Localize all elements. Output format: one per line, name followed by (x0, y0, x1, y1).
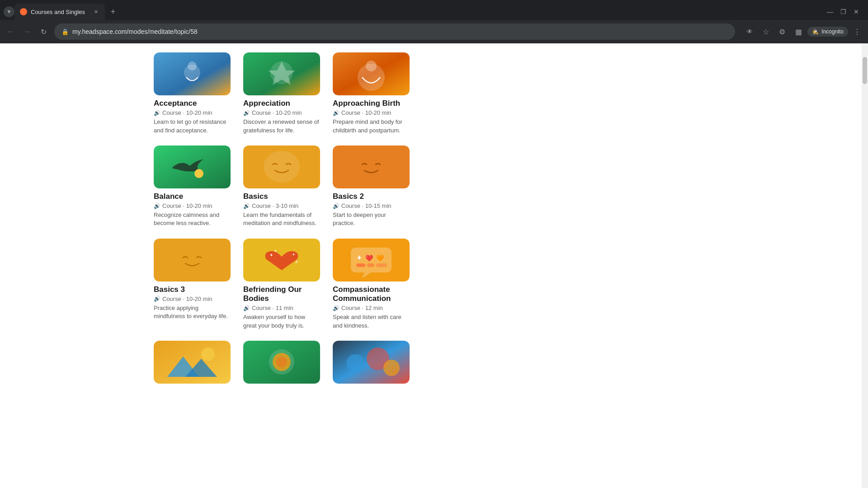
sound-icon-befriending: 🔊 (243, 305, 250, 311)
svg-text:🧡: 🧡 (376, 254, 384, 262)
scrollbar-track (862, 43, 868, 488)
course-thumbnail-balance (154, 145, 231, 188)
course-type-balance: Course · 10-20 min (162, 202, 212, 209)
course-thumbnail-bottom1 (154, 341, 231, 384)
course-card-approaching-birth[interactable]: Approaching Birth 🔊 Course · 10-20 min P… (333, 52, 410, 135)
window-controls: — ❐ ✕ (827, 8, 864, 15)
course-type-acceptance: Course · 10-20 min (162, 109, 212, 116)
course-info-compassionate: Compassionate Communication 🔊 Course · 1… (333, 285, 410, 330)
nav-buttons: ← → ↻ (4, 24, 51, 39)
svg-text:✦: ✦ (356, 254, 362, 262)
sound-icon-compassionate: 🔊 (333, 305, 340, 311)
course-desc-acceptance: Learn to let go of resistance and find a… (154, 118, 231, 134)
course-info-basics-3: Basics 3 🔊 Course · 10-20 min Practice a… (154, 285, 231, 321)
address-bar: ← → ↻ 🔒 my.headspace.com/modes/meditate/… (0, 20, 868, 43)
course-type-befriending: Course · 11 min (252, 305, 293, 311)
course-card-acceptance[interactable]: Acceptance 🔊 Course · 10-20 min Learn to… (154, 52, 231, 135)
svg-point-12 (264, 151, 300, 183)
url-bar[interactable]: 🔒 my.headspace.com/modes/meditate/topic/… (54, 23, 735, 40)
sound-icon-approaching-birth: 🔊 (333, 110, 340, 116)
svg-point-38 (383, 360, 400, 376)
svg-point-10 (194, 169, 203, 178)
svg-rect-24 (356, 263, 365, 267)
settings-icon[interactable]: ⚙ (775, 24, 789, 39)
course-title-acceptance: Acceptance (154, 99, 231, 108)
course-info-basics-2: Basics 2 🔊 Course · 10-15 min Start to d… (333, 192, 410, 228)
forward-button[interactable]: → (20, 24, 34, 39)
svg-point-36 (346, 354, 364, 372)
course-card-bottom2[interactable] (243, 341, 320, 387)
course-card-bottom3[interactable] (333, 341, 410, 387)
svg-text:✦: ✦ (269, 253, 273, 258)
course-card-balance[interactable]: Balance 🔊 Course · 10-20 min Recognize c… (154, 145, 231, 228)
sound-icon-balance: 🔊 (154, 203, 160, 209)
course-meta-balance: 🔊 Course · 10-20 min (154, 202, 231, 209)
course-title-approaching-birth: Approaching Birth (333, 99, 410, 108)
svg-rect-13 (333, 145, 410, 188)
sound-icon-basics: 🔊 (243, 203, 250, 209)
course-title-appreciation: Appreciation (243, 99, 320, 108)
course-desc-befriending: Awaken yourself to how great your body t… (243, 313, 320, 329)
course-title-basics: Basics (243, 192, 320, 201)
eye-slash-icon[interactable]: 👁 (742, 24, 757, 39)
course-title-befriending: Befriending Our Bodies (243, 285, 320, 304)
tab-list-button[interactable]: ▼ (4, 6, 14, 17)
course-title-compassionate: Compassionate Communication (333, 285, 410, 304)
tab-close-button[interactable]: ✕ (92, 8, 99, 15)
course-thumbnail-basics-2 (333, 145, 410, 188)
url-text: my.headspace.com/modes/meditate/topic/58 (72, 28, 198, 35)
course-thumbnail-approaching-birth (333, 52, 410, 95)
svg-point-8 (366, 61, 377, 71)
page-content: Acceptance 🔊 Course · 10-20 min Learn to… (0, 43, 868, 488)
course-thumbnail-bottom2 (243, 341, 320, 384)
svg-text:✦: ✦ (292, 253, 295, 257)
svg-text:❤️: ❤️ (365, 254, 373, 262)
back-button[interactable]: ← (4, 24, 18, 39)
course-info-basics: Basics 🔊 Course · 3-10 min Learn the fun… (243, 192, 320, 228)
sound-icon-basics-2: 🔊 (333, 203, 340, 209)
menu-button[interactable]: ⋮ (850, 24, 864, 39)
incognito-label: Incognito (821, 28, 844, 35)
svg-point-30 (201, 347, 215, 361)
new-tab-button[interactable]: + (107, 5, 119, 18)
course-meta-basics-2: 🔊 Course · 10-15 min (333, 202, 410, 209)
course-meta-compassionate: 🔊 Course · 12 min (333, 305, 410, 311)
address-actions: 👁 ☆ ⚙ ▦ 🕵 Incognito ⋮ (742, 24, 864, 39)
sidebar-icon[interactable]: ▦ (791, 24, 806, 39)
maximize-button[interactable]: ❐ (840, 8, 846, 15)
course-card-bottom1[interactable] (154, 341, 231, 387)
course-card-basics[interactable]: Basics 🔊 Course · 3-10 min Learn the fun… (243, 145, 320, 228)
sound-icon-appreciation: 🔊 (243, 110, 250, 116)
course-thumbnail-befriending: ✦ ✦ ✦ (243, 239, 320, 282)
course-meta-basics: 🔊 Course · 3-10 min (243, 202, 320, 209)
course-desc-basics: Learn the fundamentals of meditation and… (243, 211, 320, 227)
course-title-balance: Balance (154, 192, 231, 201)
course-desc-appreciation: Discover a renewed sense of gratefulness… (243, 118, 320, 134)
course-thumbnail-acceptance (154, 52, 231, 95)
course-type-basics: Course · 3-10 min (252, 202, 298, 209)
course-card-befriending[interactable]: ✦ ✦ ✦ Befriending Our Bodies 🔊 Course · … (243, 239, 320, 330)
course-title-basics-3: Basics 3 (154, 285, 231, 294)
scrollbar-thumb[interactable] (863, 57, 867, 84)
course-meta-befriending: 🔊 Course · 11 min (243, 305, 320, 311)
course-meta-acceptance: 🔊 Course · 10-20 min (154, 109, 231, 116)
course-meta-appreciation: 🔊 Course · 10-20 min (243, 109, 320, 116)
course-card-appreciation[interactable]: Appreciation 🔊 Course · 10-20 min Discov… (243, 52, 320, 135)
course-card-basics-2[interactable]: Basics 2 🔊 Course · 10-15 min Start to d… (333, 145, 410, 228)
active-tab[interactable]: Courses and Singles ✕ (14, 4, 105, 20)
incognito-badge: 🕵 Incognito (807, 27, 848, 37)
courses-grid: Acceptance 🔊 Course · 10-20 min Learn to… (18, 52, 850, 387)
bookmark-icon[interactable]: ☆ (759, 24, 773, 39)
reload-button[interactable]: ↻ (36, 24, 51, 39)
minimize-button[interactable]: — (827, 8, 833, 15)
course-card-compassionate[interactable]: ✦ ❤️ 🧡 Compassionate Communication 🔊 Cou… (333, 239, 410, 330)
sound-icon-basics-3: 🔊 (154, 296, 160, 302)
svg-rect-26 (376, 263, 387, 267)
course-desc-compassionate: Speak and listen with care and kindness. (333, 313, 410, 329)
course-desc-balance: Recognize calmness and become less react… (154, 211, 231, 227)
close-button[interactable]: ✕ (854, 8, 859, 15)
course-thumbnail-bottom3 (333, 341, 410, 384)
course-desc-basics-3: Practice applying mindfulness to everyda… (154, 304, 231, 320)
course-meta-basics-3: 🔊 Course · 10-20 min (154, 296, 231, 302)
course-card-basics-3[interactable]: Basics 3 🔊 Course · 10-20 min Practice a… (154, 239, 231, 330)
